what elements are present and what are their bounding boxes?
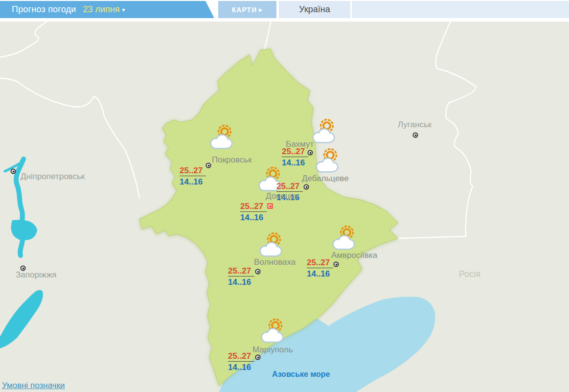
map-canvas: Росія Азовське море Умовні позначки Покр…	[0, 22, 569, 392]
page-title: Прогноз погоди	[12, 4, 76, 15]
city-dot-icon	[308, 150, 313, 156]
country-label: Росія	[459, 269, 480, 279]
date-label: 23 липня	[83, 4, 119, 15]
header-strip	[352, 1, 569, 18]
temperature-block: 25..2714..16	[282, 147, 308, 167]
sun-behind-cloud-icon	[313, 147, 341, 173]
weather-icon-sun-behind-cloud	[313, 147, 341, 173]
maps-button-label: КАРТИ	[232, 6, 257, 14]
forecast-header-bar: Прогноз погоди 23 липня ▾	[0, 1, 214, 18]
temperature-block: 25..2714..16	[228, 352, 254, 372]
sun-behind-cloud-icon	[258, 317, 287, 344]
chevron-down-icon: ▾	[122, 6, 125, 13]
night-temp: 14..16	[228, 278, 254, 287]
weather-icon-sun-behind-cloud	[330, 224, 358, 251]
night-temp: 14..16	[282, 159, 308, 167]
city-dot-icon	[21, 266, 26, 271]
capital-city-marker	[268, 204, 273, 209]
city-dot-icon	[304, 184, 309, 190]
temperature-block: 25..2714..16	[240, 202, 267, 222]
tab-ukraine[interactable]: Україна	[279, 1, 350, 18]
day-temp: 25..27	[282, 147, 308, 157]
sun-behind-cloud-icon	[207, 123, 236, 150]
city-label: Волноваха	[254, 257, 296, 267]
day-temp: 25..27	[228, 267, 254, 277]
weather-icon-sun-behind-cloud	[207, 123, 236, 150]
header: Прогноз погоди 23 липня ▾ КАРТИ ▶ Україн…	[0, 0, 569, 22]
city-dot-icon	[206, 163, 211, 168]
city-label: Покровськ	[212, 155, 252, 165]
date-dropdown[interactable]: 23 липня ▾	[83, 4, 125, 15]
night-temp: 14..16	[240, 213, 267, 222]
city-label: Амвросіївка	[331, 251, 377, 260]
sun-behind-cloud-icon	[330, 224, 358, 251]
weather-icon-sun-behind-cloud	[257, 231, 285, 257]
city-label: Донецьк	[266, 191, 298, 201]
city-label: Дніпропетровськ	[21, 172, 85, 182]
temperature-block: 25..2714..16	[307, 258, 333, 278]
legend-link[interactable]: Умовні позначки	[2, 381, 65, 391]
city-label: Дебальцеве	[302, 174, 349, 184]
chevron-right-icon: ▶	[259, 7, 263, 12]
night-temp: 14..16	[228, 363, 254, 372]
weather-icon-sun-behind-cloud	[310, 117, 338, 144]
temperature-block: 25..2714..16	[228, 267, 254, 287]
city-dot-icon	[11, 169, 16, 174]
day-temp: 25..27	[228, 352, 254, 362]
maps-button[interactable]: КАРТИ ▶	[218, 1, 276, 18]
sun-behind-cloud-icon	[310, 117, 338, 144]
weather-icon-sun-behind-cloud	[258, 317, 287, 344]
night-temp: 14..16	[180, 178, 206, 186]
sea-label: Азовське море	[272, 370, 330, 379]
city-label: Запоріжжя	[16, 270, 57, 280]
city-label: Луганськ	[398, 120, 432, 130]
sun-behind-cloud-icon	[257, 231, 285, 257]
day-temp: 25..27	[276, 182, 303, 192]
city-dot-icon	[413, 133, 418, 138]
day-temp: 25..27	[307, 258, 333, 268]
city-dot-icon	[255, 269, 261, 275]
night-temp: 14..16	[307, 270, 333, 278]
day-temp: 25..27	[180, 166, 206, 176]
city-dot-icon	[255, 355, 261, 360]
city-dot-icon	[334, 262, 339, 267]
day-temp: 25..27	[240, 202, 267, 212]
city-label: Маріуполь	[252, 345, 293, 355]
temperature-block: 25..2714..16	[180, 166, 206, 186]
